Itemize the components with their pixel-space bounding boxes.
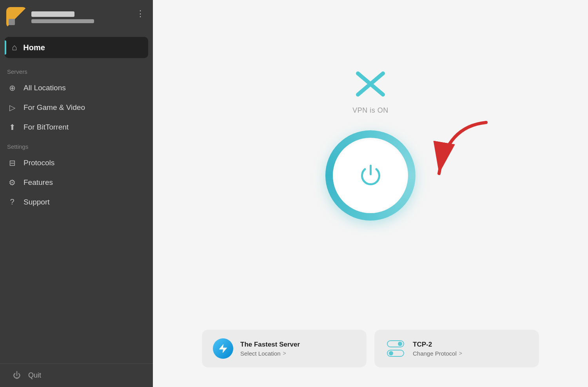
red-arrow [416,119,494,189]
header-text [31,11,131,23]
sidebar-item-bittorrent[interactable]: ⬆ For BitTorrent [0,117,153,137]
sidebar-item-home[interactable]: ⌂ Home [5,37,148,58]
app-logo [6,7,27,27]
protocol-chevron: > [459,350,462,356]
settings-section-label: Settings [0,137,153,153]
fastest-server-icon [213,338,233,359]
sidebar: ⋮ ⌂ Home Servers ⊕ All Locations ▷ For G… [0,0,153,387]
play-icon: ▷ [7,103,17,112]
sidebar-item-features[interactable]: ⚙ Features [0,173,153,192]
location-chevron: > [283,350,286,356]
vpn-panel: VPN is ON [325,0,416,330]
features-label: Features [24,178,53,187]
power-button[interactable] [333,138,408,213]
all-locations-label: All Locations [24,84,66,92]
power-off-icon: ⏻ [12,371,22,380]
bottom-cards: The Fastest Server Select Location > TCP… [153,330,588,387]
globe-icon: ⊕ [7,83,17,93]
settings-section: Settings ⊟ Protocols ⚙ Features ? Suppor… [0,137,153,212]
quit-label: Quit [28,371,41,380]
upload-icon: ⬆ [7,122,17,132]
location-card[interactable]: The Fastest Server Select Location > [202,330,367,367]
sidebar-header: ⋮ [0,0,153,35]
home-icon: ⌂ [12,42,17,53]
servers-section-label: Servers [0,62,153,78]
gear-icon: ⚙ [7,178,17,187]
protocol-card-subtitle: Change Protocol > [413,350,462,357]
protocol-card[interactable]: TCP-2 Change Protocol > [374,330,539,367]
sidebar-item-game-video[interactable]: ▷ For Game & Video [0,98,153,117]
toggle-bar-bottom [387,350,404,357]
home-label: Home [23,43,45,52]
location-card-text: The Fastest Server Select Location > [240,341,300,357]
power-button-wrapper [325,130,416,221]
protocol-icon [385,338,406,359]
power-ring [325,130,416,221]
sidebar-item-support[interactable]: ? Support [0,192,153,212]
game-video-label: For Game & Video [24,103,85,112]
bittorrent-label: For BitTorrent [24,123,69,131]
location-card-title: The Fastest Server [240,341,300,349]
protocol-card-title: TCP-2 [413,341,462,349]
vpn-status-text: VPN is ON [352,106,388,115]
quit-button[interactable]: ⏻ Quit [0,363,153,387]
support-label: Support [24,198,50,206]
power-button-area [325,130,416,221]
vpn-logo [355,70,386,99]
sidebar-item-all-locations[interactable]: ⊕ All Locations [0,78,153,98]
protocols-label: Protocols [24,159,54,167]
location-card-subtitle: Select Location > [240,350,300,357]
nav-home-section: ⌂ Home [0,35,153,62]
servers-section: Servers ⊕ All Locations ▷ For Game & Vid… [0,62,153,137]
sidebar-item-protocols[interactable]: ⊟ Protocols [0,153,153,173]
sliders-icon: ⊟ [7,158,17,168]
protocol-card-text: TCP-2 Change Protocol > [413,341,462,357]
header-bar-1 [31,11,74,17]
question-icon: ? [7,197,17,206]
more-options-button[interactable]: ⋮ [136,9,145,19]
header-bar-2 [31,19,94,23]
toggle-icon [387,340,404,357]
main-content: VPN is ON [153,0,588,387]
toggle-bar-top [387,340,404,347]
